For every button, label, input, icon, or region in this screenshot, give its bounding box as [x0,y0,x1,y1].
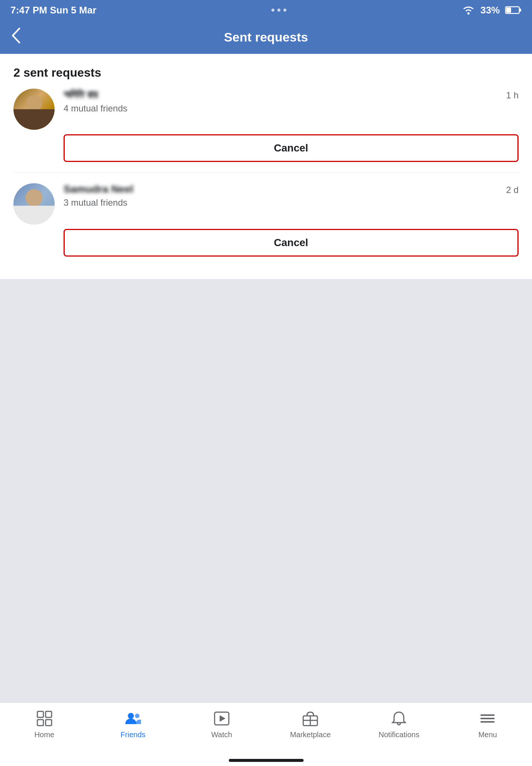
main-content: 2 sent requests অদিতি রায় 4 mutual frie… [0,54,532,702]
status-bar: 7:47 PM Sun 5 Mar 33% [0,0,532,20]
back-button[interactable] [10,27,21,48]
avatar-2[interactable] [13,183,55,224]
battery-percentage: 33% [480,4,500,16]
nav-label-menu: Menu [478,730,497,739]
nav-label-notifications: Notifications [379,730,419,739]
nav-item-menu[interactable]: Menu [443,709,532,739]
status-time-date: 7:47 PM Sun 5 Mar [10,4,96,16]
svg-point-9 [135,714,139,718]
page-header: Sent requests [0,20,532,54]
svg-rect-6 [37,720,43,726]
home-indicator-bar [229,759,304,762]
home-indicator [0,755,532,766]
svg-rect-3 [506,7,511,13]
status-right: 33% [462,4,522,16]
cancel-button-2[interactable]: Cancel [64,229,519,257]
nav-label-marketplace: Marketplace [290,730,331,739]
status-center-dots [271,9,286,12]
request-info-1: অদিতি রায় 4 mutual friends [64,89,506,114]
request-top-1: অদিতি রায় 4 mutual friends 1 h [13,89,519,130]
request-mutual-2: 3 mutual friends [64,197,506,208]
marketplace-icon [301,709,320,728]
notifications-icon [389,709,409,728]
request-item-2: Samudra Neel 3 mutual friends 2 d Cancel [13,183,519,257]
svg-point-0 [467,12,470,15]
avatar-image-1 [13,89,55,130]
request-time-2: 2 d [506,183,519,195]
svg-point-8 [128,713,134,719]
cancel-button-1[interactable]: Cancel [64,134,519,162]
dot-1 [271,9,274,12]
request-name-1: অদিতি রায় [64,89,506,101]
request-time-1: 1 h [506,89,519,101]
svg-rect-4 [37,711,43,717]
nav-label-home: Home [34,730,54,739]
svg-rect-2 [519,9,521,12]
request-name-2: Samudra Neel [64,183,506,195]
menu-icon [478,709,497,728]
nav-label-friends: Friends [120,730,145,739]
friends-icon [123,709,143,728]
request-mutual-1: 4 mutual friends [64,103,506,114]
svg-rect-7 [46,720,52,726]
battery-icon [505,6,522,15]
watch-icon [212,709,231,728]
request-info-2: Samudra Neel 3 mutual friends [64,183,506,208]
nav-item-watch[interactable]: Watch [177,709,266,739]
home-icon [35,709,54,728]
nav-item-marketplace[interactable]: Marketplace [266,709,355,739]
nav-item-friends[interactable]: Friends [89,709,177,739]
request-item-1: অদিতি রায় 4 mutual friends 1 h Cancel [13,89,519,162]
nav-item-notifications[interactable]: Notifications [355,709,443,739]
wifi-icon [462,5,475,15]
nav-label-watch: Watch [211,730,232,739]
section-title: 2 sent requests [13,66,519,80]
request-top-2: Samudra Neel 3 mutual friends 2 d [13,183,519,224]
bottom-nav: Home Friends Watch [0,702,532,755]
dot-3 [283,9,286,12]
requests-card: 2 sent requests অদিতি রায় 4 mutual frie… [0,54,532,279]
nav-item-home[interactable]: Home [0,709,89,739]
divider-1 [13,172,519,173]
svg-rect-5 [46,711,52,717]
dot-2 [277,9,280,12]
avatar-1[interactable] [13,89,55,130]
avatar-image-2 [13,183,55,224]
empty-space [0,279,532,702]
page-title: Sent requests [224,30,308,45]
